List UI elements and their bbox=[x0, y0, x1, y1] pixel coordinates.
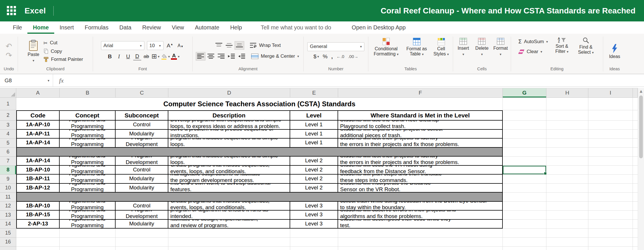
cell-E12[interactable]: Level 3 bbox=[290, 202, 338, 211]
cell-H14[interactable] bbox=[546, 220, 588, 229]
cell-A15[interactable] bbox=[16, 229, 60, 238]
cell-H3[interactable] bbox=[546, 121, 588, 130]
cell-A5[interactable]: 1A-AP-14 bbox=[16, 139, 60, 148]
comma-format-button[interactable]: , bbox=[331, 53, 333, 60]
cell-B4[interactable]: Algorithms andProgramming bbox=[60, 130, 116, 139]
cell-I16[interactable] bbox=[588, 238, 633, 247]
cut-button[interactable]: ✂Cut bbox=[42, 39, 59, 47]
cell-H7[interactable] bbox=[546, 157, 588, 166]
cell-B3[interactable]: Algorithms andProgramming bbox=[60, 121, 116, 130]
font-color-button[interactable]: A ▾ bbox=[171, 53, 179, 60]
tell-me-box[interactable]: Tell me what you want to do bbox=[255, 21, 337, 34]
cell-B7[interactable]: Algorithms andProgramming bbox=[60, 157, 116, 166]
decrease-font-size-button[interactable]: A▼ bbox=[177, 41, 185, 50]
cell-B16[interactable] bbox=[60, 238, 116, 247]
vertical-scrollbar[interactable]: ▲ bbox=[638, 88, 644, 250]
format-as-table-button[interactable]: Format as Table ▾ bbox=[404, 37, 429, 57]
cell-G4[interactable] bbox=[503, 130, 546, 139]
bold-button[interactable]: B bbox=[106, 52, 114, 61]
borders-button[interactable]: ⊞▾ bbox=[152, 53, 160, 60]
row-header-10[interactable]: 10 bbox=[0, 184, 16, 193]
cell-G14[interactable] bbox=[503, 220, 546, 229]
row-header-5[interactable]: 5 bbox=[0, 139, 16, 148]
title-cell[interactable]: Computer Science Teachers Association (C… bbox=[16, 98, 503, 110]
cell-G7[interactable] bbox=[503, 157, 546, 166]
cell-D13[interactable]: program or algorithm to ensure it runs a… bbox=[168, 211, 290, 220]
column-header-I[interactable]: I bbox=[588, 88, 633, 98]
cell-F13[interactable]: Students will observe errors in their pr… bbox=[338, 211, 503, 220]
header-cell-A2[interactable]: Code bbox=[16, 110, 60, 121]
cell-G2[interactable] bbox=[503, 110, 546, 121]
row-header-4[interactable]: 4 bbox=[0, 130, 16, 139]
name-box[interactable]: G8 ▾ bbox=[0, 74, 53, 87]
header-cell-B2[interactable]: Concept bbox=[60, 110, 116, 121]
undo-button[interactable]: ↶ bbox=[6, 42, 12, 51]
cell-A13[interactable]: 1B-AP-15 bbox=[16, 211, 60, 220]
cell-C12[interactable]: Control bbox=[116, 202, 168, 211]
cell-E9[interactable]: Level 2 bbox=[290, 175, 338, 184]
cell-H10[interactable] bbox=[546, 184, 588, 193]
cell-H1[interactable] bbox=[546, 98, 588, 110]
cell-C9[interactable]: Modularity bbox=[116, 175, 168, 184]
cell-E4[interactable]: Level 1 bbox=[290, 130, 338, 139]
cell-E3[interactable]: Level 1 bbox=[290, 121, 338, 130]
cell-E7[interactable]: Level 2 bbox=[290, 157, 338, 166]
row-header-11[interactable]: 11 bbox=[0, 193, 16, 202]
cell-F9[interactable]: Students will plan steps and then transl… bbox=[338, 175, 503, 184]
cell-I9[interactable] bbox=[588, 175, 633, 184]
cell-A8[interactable]: 1B-AP-10 bbox=[16, 166, 60, 175]
cell-B17[interactable] bbox=[60, 247, 116, 250]
row-header-8[interactable]: 8 bbox=[0, 166, 16, 175]
separator-band-row-6[interactable] bbox=[16, 148, 503, 157]
cell-G1[interactable] bbox=[503, 98, 546, 110]
bottom-align-button[interactable] bbox=[235, 41, 244, 50]
cell-D10[interactable]: into one's own work, to develop addition… bbox=[168, 184, 290, 193]
cell-H12[interactable] bbox=[546, 202, 588, 211]
cell-G13[interactable] bbox=[503, 211, 546, 220]
row-header-6[interactable]: 6 bbox=[0, 148, 16, 157]
align-left-button[interactable] bbox=[196, 52, 205, 61]
cell-B14[interactable]: Algorithms andProgramming bbox=[60, 220, 116, 229]
delete-cells-button[interactable]: Delete▾ bbox=[473, 37, 490, 57]
cell-E13[interactable]: Level 3 bbox=[290, 211, 338, 220]
middle-align-button[interactable] bbox=[224, 41, 234, 50]
cell-I6[interactable] bbox=[588, 148, 633, 157]
cell-H4[interactable] bbox=[546, 130, 588, 139]
top-align-button[interactable] bbox=[214, 41, 224, 50]
cell-H8[interactable] bbox=[546, 166, 588, 175]
cell-F17[interactable] bbox=[338, 247, 503, 250]
cell-F8[interactable]: Students will code the VR Robot usingfee… bbox=[338, 166, 503, 175]
merge-center-button[interactable]: Merge & Center▾ bbox=[250, 53, 300, 60]
cell-F16[interactable] bbox=[338, 238, 503, 247]
cell-H15[interactable] bbox=[546, 229, 588, 238]
cell-A3[interactable]: 1A-AP-10 bbox=[16, 121, 60, 130]
cell-D14[interactable]: facilitate the design, implementation,an… bbox=[168, 220, 290, 229]
cell-I2[interactable] bbox=[588, 110, 633, 121]
row-header-14[interactable]: 14 bbox=[0, 220, 16, 229]
cell-D3[interactable]: Develop programs with sequences and simp… bbox=[168, 121, 290, 130]
cell-G15[interactable] bbox=[503, 229, 546, 238]
cell-I15[interactable] bbox=[588, 229, 633, 238]
fill-color-button[interactable]: ▾ bbox=[161, 53, 170, 60]
row-header-1[interactable]: 1 bbox=[0, 98, 16, 110]
cell-H5[interactable] bbox=[546, 139, 588, 148]
cell-G11[interactable] bbox=[503, 193, 546, 202]
cell-B12[interactable]: Algorithms andProgramming bbox=[60, 202, 116, 211]
ideas-button[interactable]: Ideas bbox=[608, 43, 621, 59]
increase-indent-button[interactable] bbox=[237, 52, 247, 61]
cell-G10[interactable] bbox=[503, 184, 546, 193]
cell-A17[interactable] bbox=[16, 247, 60, 250]
cell-I4[interactable] bbox=[588, 130, 633, 139]
cell-A12[interactable]: 1B-AP-10 bbox=[16, 202, 60, 211]
row-header-3[interactable]: 3 bbox=[0, 121, 16, 130]
cell-D7[interactable]: program that includes sequences and simp… bbox=[168, 157, 290, 166]
cell-B10[interactable]: Algorithms andProgramming bbox=[60, 184, 116, 193]
cell-B9[interactable]: Algorithms andProgramming bbox=[60, 175, 116, 184]
decrease-decimal-button[interactable]: .00→ bbox=[348, 54, 358, 59]
align-center-button[interactable] bbox=[206, 52, 216, 61]
row-header-13[interactable]: 13 bbox=[0, 211, 16, 220]
cell-D8[interactable]: Create programs that include sequences,e… bbox=[168, 166, 290, 175]
cell-I13[interactable] bbox=[588, 211, 633, 220]
cell-I10[interactable] bbox=[588, 184, 633, 193]
double-underline-button[interactable]: D bbox=[133, 53, 141, 60]
